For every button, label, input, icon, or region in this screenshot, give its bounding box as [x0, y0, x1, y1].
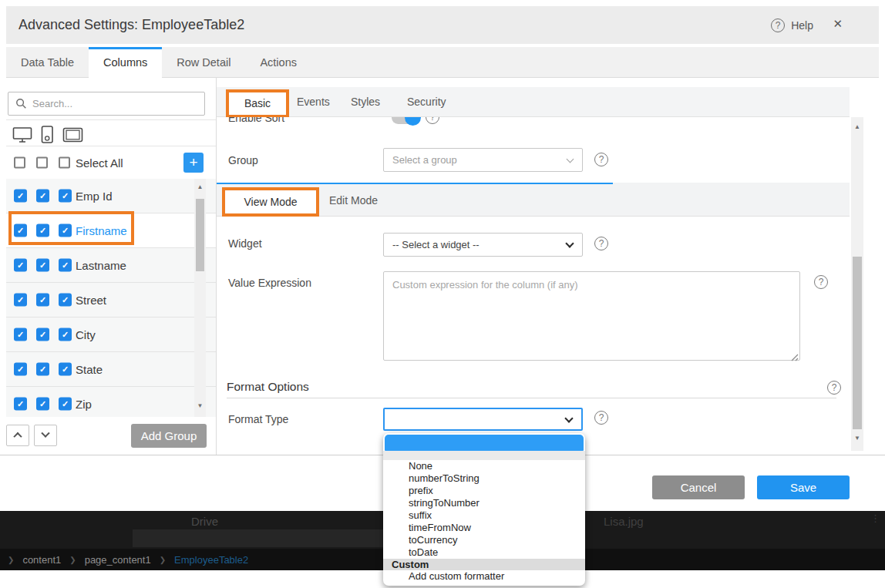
column-label[interactable]: Lastname — [76, 259, 126, 272]
save-button[interactable]: Save — [757, 475, 850, 499]
column-label[interactable]: State — [76, 363, 103, 376]
value-expression-help-icon[interactable] — [814, 275, 828, 289]
tablet-checkbox[interactable] — [59, 294, 72, 307]
group-select[interactable]: Select a group — [383, 148, 583, 172]
scroll-down-icon[interactable]: ▼ — [194, 402, 206, 409]
breadcrumb-item-employeetable2[interactable]: EmployeeTable2 — [174, 554, 248, 566]
enable-sort-help-icon[interactable] — [426, 117, 439, 124]
move-column-up-button[interactable] — [6, 425, 29, 446]
tablet-checkbox[interactable] — [59, 224, 72, 237]
desktop-checkbox[interactable] — [14, 190, 27, 203]
column-label[interactable]: City — [76, 328, 96, 341]
widget-help-icon[interactable] — [594, 237, 608, 250]
dropdown-option[interactable]: toDate — [383, 546, 585, 559]
search-input[interactable] — [32, 98, 197, 109]
move-column-down-button[interactable] — [34, 425, 57, 446]
desktop-checkbox[interactable] — [14, 224, 27, 237]
format-type-select[interactable] — [383, 408, 583, 431]
phone-checkbox[interactable] — [36, 328, 49, 341]
value-expression-label: Value Expression — [228, 277, 311, 289]
column-label[interactable]: Firstname — [76, 224, 127, 237]
tab-basic[interactable]: Basic — [226, 89, 289, 118]
select-all-tablet-checkbox[interactable] — [59, 157, 70, 169]
phone-checkbox[interactable] — [36, 259, 49, 272]
group-select-placeholder: Select a group — [392, 154, 457, 166]
divider — [6, 119, 216, 120]
phone-checkbox[interactable] — [36, 294, 49, 307]
column-row[interactable]: Zip — [6, 387, 216, 417]
tab-data-table[interactable]: Data Table — [6, 47, 89, 77]
dialog-header: Advanced Settings: EmployeeTable2 Help — [6, 6, 879, 44]
phone-checkbox[interactable] — [36, 398, 49, 411]
column-row[interactable]: Street — [6, 283, 216, 318]
tab-view-mode[interactable]: View Mode — [222, 187, 319, 217]
tab-events[interactable]: Events — [297, 87, 330, 117]
scroll-up-icon[interactable]: ▲ — [851, 123, 863, 130]
close-icon[interactable] — [833, 17, 843, 31]
breadcrumb-item-page-content1[interactable]: page_content1 — [85, 554, 151, 566]
column-row-selected[interactable]: Firstname — [6, 213, 216, 248]
add-column-button[interactable] — [183, 153, 204, 173]
tab-security[interactable]: Security — [407, 87, 446, 117]
format-type-help-icon[interactable] — [594, 411, 608, 425]
dropdown-option[interactable]: toCurrency — [383, 534, 585, 546]
select-all-phone-checkbox[interactable] — [36, 157, 48, 169]
scroll-up-icon[interactable]: ▲ — [194, 183, 206, 190]
column-row[interactable]: Emp Id — [6, 179, 216, 213]
widget-select[interactable]: -- Select a widget -- — [383, 233, 583, 257]
phone-checkbox[interactable] — [36, 190, 49, 203]
dropdown-option[interactable]: numberToString — [383, 472, 585, 485]
main-tab-bar: Data Table Columns Row Detail Actions — [6, 47, 879, 78]
phone-icon — [41, 125, 54, 144]
desktop-checkbox[interactable] — [14, 363, 27, 376]
tab-row-detail[interactable]: Row Detail — [162, 47, 245, 77]
phone-checkbox[interactable] — [36, 224, 49, 237]
tablet-checkbox[interactable] — [59, 328, 72, 341]
desktop-checkbox[interactable] — [14, 328, 27, 341]
tablet-checkbox[interactable] — [59, 190, 72, 203]
breadcrumb-chevron-icon — [8, 556, 14, 564]
panel-scrollbar[interactable]: ▲ ▼ — [851, 117, 863, 451]
scroll-thumb[interactable] — [853, 257, 862, 429]
tablet-checkbox[interactable] — [59, 259, 72, 272]
dropdown-option[interactable]: prefix — [383, 485, 585, 497]
dropdown-option[interactable]: stringToNumber — [383, 497, 585, 509]
column-search[interactable] — [8, 92, 205, 116]
tab-columns[interactable]: Columns — [89, 47, 162, 79]
cancel-button[interactable]: Cancel — [652, 475, 745, 499]
background-table-row — [133, 529, 398, 547]
group-help-icon[interactable] — [594, 153, 608, 166]
tablet-checkbox[interactable] — [59, 363, 72, 376]
column-label[interactable]: Street — [76, 294, 106, 307]
column-row[interactable]: City — [6, 318, 216, 352]
add-group-button[interactable]: Add Group — [131, 424, 207, 448]
phone-checkbox[interactable] — [36, 363, 49, 376]
breadcrumb-item-content1[interactable]: content1 — [22, 554, 61, 566]
column-row[interactable]: Lastname — [6, 248, 216, 283]
tab-edit-mode[interactable]: Edit Mode — [329, 184, 378, 217]
enable-sort-toggle[interactable] — [392, 117, 421, 126]
scroll-thumb[interactable] — [196, 199, 204, 271]
tab-actions[interactable]: Actions — [245, 47, 311, 77]
tablet-checkbox[interactable] — [59, 398, 72, 411]
dropdown-option[interactable]: suffix — [383, 509, 585, 522]
dropdown-option[interactable]: timeFromNow — [383, 522, 585, 534]
dropdown-option[interactable]: None — [383, 460, 585, 472]
dropdown-option[interactable]: Add custom formatter — [383, 570, 585, 583]
tab-styles[interactable]: Styles — [351, 87, 380, 117]
select-all-desktop-checkbox[interactable] — [14, 157, 25, 169]
dropdown-selected-option[interactable] — [385, 435, 584, 451]
breadcrumb-chevron-icon — [69, 556, 76, 564]
column-label[interactable]: Emp Id — [76, 190, 113, 203]
scroll-down-icon[interactable]: ▼ — [851, 435, 863, 442]
format-options-help-icon[interactable] — [827, 381, 841, 395]
column-label[interactable]: Zip — [76, 398, 92, 411]
value-expression-input[interactable] — [383, 271, 800, 361]
column-row[interactable]: State — [6, 352, 216, 387]
help-button[interactable]: Help — [771, 18, 813, 32]
desktop-checkbox[interactable] — [14, 294, 27, 307]
desktop-checkbox[interactable] — [14, 398, 27, 411]
desktop-checkbox[interactable] — [14, 259, 27, 272]
help-icon — [771, 18, 785, 32]
list-scrollbar[interactable]: ▲ ▼ — [194, 179, 206, 417]
